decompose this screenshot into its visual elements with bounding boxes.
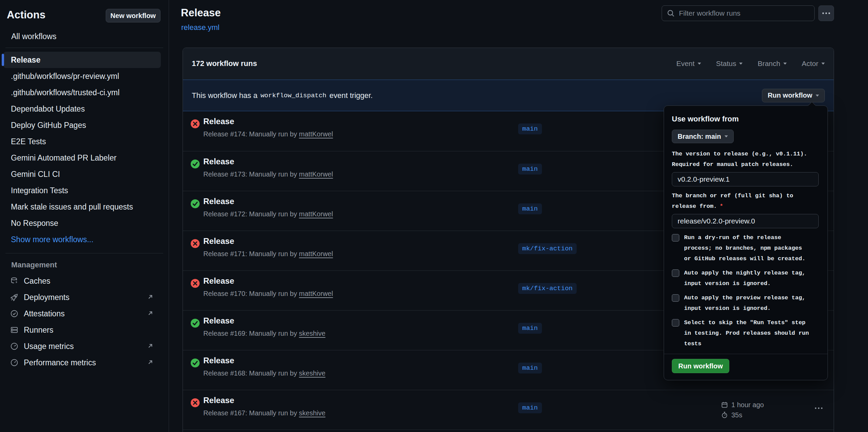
sidebar-item-e2e-tests[interactable]: E2E Tests: [3, 133, 161, 150]
sidebar-item-pr-review[interactable]: .github/workflows/pr-review.yml: [3, 68, 161, 84]
workflow-file-link[interactable]: release.yml: [181, 23, 219, 32]
show-more-workflows-link[interactable]: Show more workflows...: [3, 231, 161, 248]
branch-badge[interactable]: main: [518, 402, 542, 413]
management-divider: [5, 253, 163, 253]
ref-help-text: The branch or ref (full git sha) to rele…: [672, 190, 819, 212]
run-title-link[interactable]: Release: [203, 197, 234, 206]
actor-link[interactable]: mattKorwel: [299, 250, 333, 257]
failure-status-icon: [190, 398, 200, 408]
run-description: Release #171: Manually run by mattKorwel: [203, 250, 333, 258]
checkbox[interactable]: [672, 234, 679, 242]
ref-input[interactable]: [672, 214, 819, 228]
workflow-run-row: Release Release #167: Manually run by sk…: [183, 390, 834, 430]
run-workflow-popup: Use workflow from Branch: main The versi…: [664, 105, 828, 380]
stopwatch-icon: [721, 412, 728, 418]
actor-link[interactable]: skeshive: [299, 369, 325, 377]
run-kebab-menu-button[interactable]: [813, 403, 825, 412]
workflow-dispatch-code: workflow_dispatch: [260, 92, 326, 99]
new-workflow-button[interactable]: New workflow: [106, 9, 160, 22]
external-link-icon: [147, 359, 153, 365]
sidebar-item-deploy-github-pages[interactable]: Deploy GitHub Pages: [3, 117, 161, 133]
sidebar-item-deployments[interactable]: Deployments: [3, 289, 161, 305]
actor-link[interactable]: mattKorwel: [299, 290, 333, 297]
popup-footer: Run workflow: [664, 354, 828, 373]
success-status-icon: [190, 318, 200, 328]
required-asterisk: *: [720, 203, 723, 210]
all-workflows-link[interactable]: All workflows: [11, 32, 56, 41]
sidebar-item-attestations[interactable]: Attestations: [3, 305, 161, 322]
branch-selector-button[interactable]: Branch: main: [672, 130, 734, 143]
branch-badge[interactable]: main: [518, 323, 542, 334]
branch-filter-dropdown[interactable]: Branch: [758, 60, 787, 68]
external-link-icon: [147, 343, 153, 349]
nightly-tag-checkbox-row[interactable]: Auto apply the nightly release tag, inpu…: [672, 268, 819, 289]
sidebar-item-gemini-pr-labeler[interactable]: Gemini Automated PR Labeler: [3, 150, 161, 166]
event-filter-dropdown[interactable]: Event: [676, 60, 701, 68]
rocket-icon: [10, 293, 18, 301]
actor-link[interactable]: mattKorwel: [299, 130, 333, 138]
branch-badge[interactable]: mk/fix-action: [518, 243, 577, 254]
failure-status-icon: [190, 119, 200, 129]
success-status-icon: [190, 159, 200, 169]
kebab-horizontal-icon: [822, 12, 831, 15]
management-list: Caches Deployments Attestations: [3, 273, 161, 371]
sidebar-item-trusted-ci[interactable]: .github/workflows/trusted-ci.yml: [3, 84, 161, 101]
sidebar-item-usage-metrics[interactable]: Usage metrics: [3, 338, 161, 354]
run-title-link[interactable]: Release: [203, 157, 234, 166]
filter-workflow-runs-input[interactable]: [679, 9, 810, 17]
run-description: Release #173: Manually run by mattKorwel: [203, 170, 333, 178]
status-filter-dropdown[interactable]: Status: [716, 60, 743, 68]
run-workflow-submit-button[interactable]: Run workflow: [672, 359, 729, 373]
kebab-horizontal-icon: [815, 407, 823, 409]
branch-badge[interactable]: main: [518, 363, 542, 373]
actor-filter-dropdown[interactable]: Actor: [802, 60, 825, 68]
sidebar-item-runners[interactable]: Runners: [3, 322, 161, 338]
branch-badge[interactable]: mk/fix-action: [518, 283, 577, 294]
checkbox-label: Run a dry-run of the release process; no…: [684, 232, 805, 264]
run-workflow-dropdown-button[interactable]: Run workflow: [762, 89, 825, 102]
actions-sidebar: Actions New workflow All workflows Relea…: [0, 0, 169, 432]
sidebar-item-dependabot-updates[interactable]: Dependabot Updates: [3, 101, 161, 117]
run-title-link[interactable]: Release: [203, 236, 234, 246]
calendar-icon: [721, 401, 728, 408]
page-kebab-menu-button[interactable]: [818, 5, 834, 21]
run-duration: 35s: [731, 411, 742, 419]
sidebar-item-release[interactable]: Release: [3, 52, 161, 68]
run-title-link[interactable]: Release: [203, 316, 234, 326]
sidebar-item-mark-stale[interactable]: Mark stale issues and pull requests: [3, 199, 161, 215]
checkbox[interactable]: [672, 319, 679, 327]
run-title-link[interactable]: Release: [203, 117, 234, 126]
success-status-icon: [190, 358, 200, 368]
actor-link[interactable]: mattKorwel: [299, 170, 333, 178]
github-actions-page: Actions New workflow All workflows Relea…: [0, 0, 868, 432]
run-title-link[interactable]: Release: [203, 356, 234, 365]
actor-link[interactable]: mattKorwel: [299, 210, 333, 218]
run-title-link[interactable]: Release: [203, 276, 234, 286]
runs-panel-header: 172 workflow runs Event Status Branch Ac…: [183, 48, 834, 80]
run-description: Release #172: Manually run by mattKorwel: [203, 210, 333, 218]
dry-run-checkbox-row[interactable]: Run a dry-run of the release process; no…: [672, 232, 819, 264]
run-description: Release #170: Manually run by mattKorwel: [203, 290, 333, 298]
sidebar-item-performance-metrics[interactable]: Performance metrics: [3, 354, 161, 371]
branch-badge[interactable]: main: [518, 123, 542, 134]
skip-tests-checkbox-row[interactable]: Select to skip the "Run Tests" step in t…: [672, 317, 819, 349]
sidebar-item-no-response[interactable]: No Response: [3, 215, 161, 231]
checkbox[interactable]: [672, 269, 679, 277]
actor-link[interactable]: skeshive: [299, 409, 325, 417]
chevron-down-icon: [698, 63, 701, 65]
branch-badge[interactable]: main: [518, 164, 542, 175]
meter-icon: [10, 359, 18, 367]
checkbox[interactable]: [672, 294, 679, 302]
preview-tag-checkbox-row[interactable]: Auto apply the preview release tag, inpu…: [672, 293, 819, 314]
sidebar-item-integration-tests[interactable]: Integration Tests: [3, 182, 161, 199]
version-input[interactable]: [672, 172, 819, 186]
sidebar-item-gemini-cli-ci[interactable]: Gemini CLI CI: [3, 166, 161, 182]
run-description: Release #169: Manually run by skeshive: [203, 330, 325, 337]
run-time: 1 hour ago: [731, 401, 764, 409]
run-title-link[interactable]: Release: [203, 396, 234, 405]
actor-link[interactable]: skeshive: [299, 330, 325, 337]
branch-badge[interactable]: main: [518, 203, 542, 214]
sidebar-item-caches[interactable]: Caches: [3, 273, 161, 289]
checkbox-label: Auto apply the nightly release tag, inpu…: [684, 268, 805, 289]
runs-filters: Event Status Branch Actor: [676, 60, 825, 68]
